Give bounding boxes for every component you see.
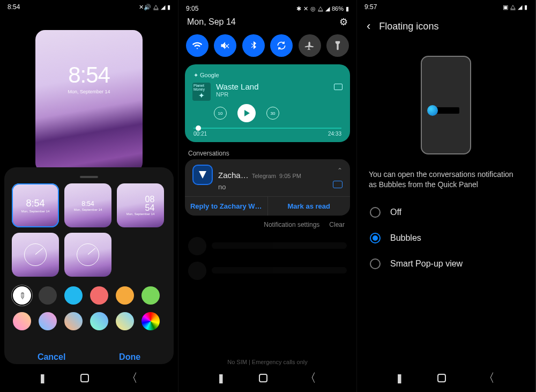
clock-style-option[interactable]	[64, 233, 111, 277]
battery-icon: ▮	[167, 4, 170, 11]
color-swatch[interactable]	[64, 312, 83, 330]
nav-recents[interactable]: |||	[40, 373, 43, 384]
clock-style-grid: 8:54Mon, September 14 8:54Mon, September…	[12, 183, 166, 277]
signal-icon: ◢	[325, 5, 330, 12]
option-row[interactable]: Off	[357, 199, 535, 225]
status-time: 8:54	[8, 3, 20, 11]
bubble-icon[interactable]	[333, 181, 343, 188]
status-time: 9:57	[364, 3, 377, 11]
rewind-button[interactable]: 10	[214, 107, 227, 120]
shade-footer: Notification settings Clear	[178, 216, 356, 234]
cancel-button[interactable]: Cancel	[38, 352, 65, 362]
nav-bar: ||| 〈	[357, 369, 535, 387]
status-bar: 8:54 ✕🔊 ⧋ ◢ ▮	[0, 0, 178, 14]
forward-button[interactable]: 30	[266, 107, 279, 120]
nav-recents[interactable]: |||	[219, 373, 222, 384]
phone-lockscreen-editor: 8:54 ✕🔊 ⧋ ◢ ▮ 8:54 Mon, September 14 8:5…	[0, 0, 178, 392]
status-bar: 9:05 ✱ ✕ ◎ ⧋ ◢ 86% ▮	[178, 0, 356, 14]
color-swatch[interactable]	[64, 286, 83, 305]
signal-icon: ◢	[518, 4, 522, 11]
media-app: Google	[200, 72, 219, 78]
status-icons: ✱ ✕ ◎ ⧋ ◢ 86% ▮	[296, 5, 349, 12]
expand-icon[interactable]: ⌃	[337, 167, 343, 174]
battery-text: 86%	[332, 5, 344, 12]
nav-bar: ||| 〈	[178, 369, 356, 387]
cast-source-icon: ✦	[193, 72, 198, 78]
color-swatch[interactable]	[13, 312, 31, 330]
sender-name: Zacha…	[218, 171, 249, 180]
settings-icon[interactable]: ⚙	[339, 16, 348, 28]
settings-header: ‹ Floating icons	[357, 14, 535, 36]
play-button[interactable]	[237, 104, 256, 122]
color-swatch[interactable]	[116, 312, 134, 330]
preview-bubble-icon	[427, 105, 438, 116]
bluetooth-icon: ✱	[296, 5, 301, 12]
qs-flashlight[interactable]	[326, 34, 349, 57]
background-blur-row	[178, 258, 356, 283]
nav-back[interactable]: 〈	[304, 370, 316, 386]
options-list: OffBubblesSmart Pop-up view	[357, 199, 535, 277]
progress-thumb[interactable]	[196, 125, 201, 131]
emergency-text: No SIM | Emergency calls only	[178, 359, 356, 365]
media-notification[interactable]: ✦ Google Planet Money Waste Land NPR 10 …	[185, 64, 350, 142]
radio-icon	[370, 258, 381, 269]
color-swatch[interactable]	[142, 286, 160, 305]
media-progress[interactable]	[193, 128, 341, 129]
qs-airplane[interactable]	[299, 34, 321, 57]
option-label: Bubbles	[390, 233, 421, 243]
shade-date: Mon, Sep 14	[187, 17, 236, 27]
mark-read-button[interactable]: Mark as read	[268, 197, 351, 216]
qs-auto-rotate[interactable]	[270, 34, 293, 57]
qs-bluetooth[interactable]	[242, 34, 265, 57]
nav-back[interactable]: 〈	[126, 370, 138, 386]
conversation-notification[interactable]: Zacha… Telegram 9:05 PM no ⌃ Reply to Za…	[185, 159, 350, 216]
media-artwork: Planet Money	[192, 83, 211, 101]
clear-button[interactable]: Clear	[329, 221, 345, 228]
clock-preview: 8:54 Mon, September 14	[35, 62, 143, 94]
conversations-header: Conversations	[178, 142, 356, 159]
status-icons: ✕🔊 ⧋ ◢ ▮	[139, 4, 170, 11]
clock-style-option[interactable]: 8:54Mon, September 14	[12, 183, 59, 227]
nav-home[interactable]	[259, 374, 267, 382]
media-elapsed: 00:21	[193, 131, 207, 137]
cast-icon[interactable]	[334, 84, 343, 90]
nfc-icon: ▣	[503, 4, 508, 11]
qs-mute-vibrate[interactable]	[214, 34, 236, 57]
nav-home[interactable]	[80, 374, 89, 382]
color-swatch[interactable]	[142, 312, 160, 330]
reply-button[interactable]: Reply to Zachary W…	[185, 197, 268, 216]
color-swatch[interactable]	[90, 312, 108, 330]
color-swatch[interactable]	[39, 312, 57, 330]
clock-style-option[interactable]	[12, 233, 59, 277]
color-swatch[interactable]	[39, 286, 57, 305]
option-row[interactable]: Smart Pop-up view	[357, 251, 535, 277]
color-swatch[interactable]	[90, 286, 108, 305]
clock-style-option[interactable]: 8:54Mon, September 14	[64, 183, 111, 227]
source-app: Telegram	[252, 173, 276, 179]
status-icons: ▣ ⧋ ◢ ▮	[503, 4, 527, 11]
clock-date: Mon, September 14	[35, 89, 143, 94]
wifi-icon: ⧋	[153, 4, 159, 11]
option-row[interactable]: Bubbles	[357, 225, 535, 251]
nav-recents[interactable]: |||	[397, 373, 400, 384]
location-icon: ◎	[310, 5, 316, 12]
back-icon[interactable]: ‹	[367, 19, 370, 33]
color-swatch[interactable]	[116, 286, 134, 305]
radio-icon	[370, 233, 381, 243]
color-swatch[interactable]	[13, 286, 31, 305]
notification-settings-link[interactable]: Notification settings	[264, 221, 319, 228]
done-button[interactable]: Done	[119, 352, 140, 362]
notif-actions: Reply to Zachary W… Mark as read	[185, 196, 350, 216]
clock-style-option[interactable]: 08 54Mon, September 14	[117, 183, 164, 227]
quick-settings-row	[178, 32, 356, 64]
qs-wifi[interactable]	[186, 34, 209, 57]
radio-icon	[370, 207, 381, 218]
background-blur-row	[178, 234, 356, 258]
media-subtitle: NPR	[216, 91, 341, 98]
sheet-handle[interactable]	[80, 176, 98, 178]
signal-icon: ◢	[161, 4, 165, 11]
nav-back[interactable]: 〈	[483, 370, 495, 386]
nav-home[interactable]	[437, 374, 446, 382]
media-controls: 10 30	[214, 104, 341, 122]
wifi-icon: ⧋	[318, 5, 323, 12]
